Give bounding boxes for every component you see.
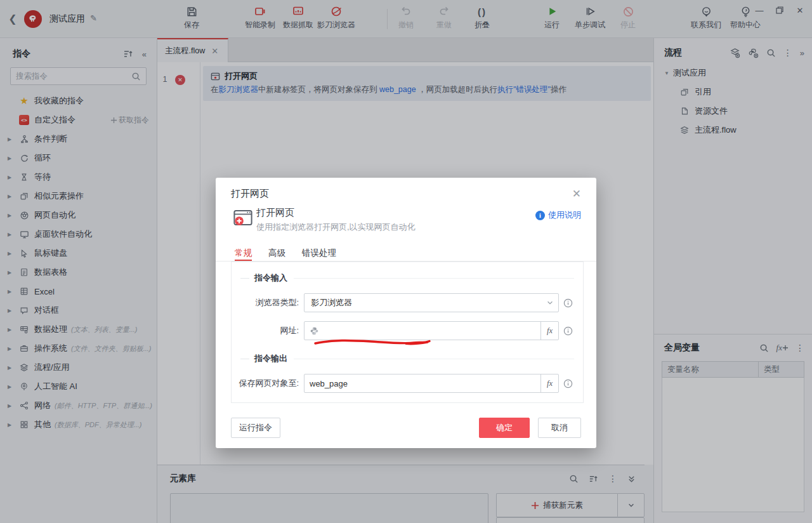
open-webpage-dialog: 打开网页 ✕ 打开网页 使用指定浏览器打开网页,以实现网页自动化 i 使用说明 … bbox=[216, 178, 596, 448]
dialog-form: 指令输入 浏览器类型: 影刀浏览器 网址: fx bbox=[231, 262, 584, 403]
info-icon[interactable] bbox=[563, 326, 573, 336]
save-to-label: 保存网页对象至: bbox=[232, 378, 299, 389]
save-webpage-object-input[interactable] bbox=[304, 374, 540, 392]
info-icon: i bbox=[535, 211, 545, 220]
dialog-tabs: 常规 高级 错误处理 bbox=[216, 248, 596, 262]
confirm-button[interactable]: 确定 bbox=[479, 418, 530, 438]
browser-type-label: 浏览器类型: bbox=[232, 297, 299, 308]
url-input-wrap: fx bbox=[304, 321, 559, 340]
info-icon[interactable] bbox=[563, 298, 573, 308]
browser-type-select[interactable]: 影刀浏览器 bbox=[304, 293, 559, 312]
cancel-button[interactable]: 取消 bbox=[538, 418, 581, 438]
dialog-title: 打开网页 bbox=[231, 188, 572, 200]
open-webpage-command-icon bbox=[232, 207, 254, 228]
section-command-output: 指令输出 bbox=[254, 353, 287, 364]
run-command-button[interactable]: 运行指令 bbox=[231, 418, 280, 438]
dialog-command-name: 打开网页 bbox=[256, 207, 294, 219]
app-window: ❮ 测试应用 ✎ 保存 智能录制 数据抓取 bbox=[0, 0, 812, 523]
dialog-close-icon[interactable]: ✕ bbox=[572, 189, 581, 199]
tab-general[interactable]: 常规 bbox=[235, 248, 252, 261]
save-to-input-wrap: fx bbox=[304, 374, 559, 393]
usage-help-link[interactable]: i 使用说明 bbox=[535, 209, 581, 221]
tab-error-handling[interactable]: 错误处理 bbox=[302, 248, 336, 261]
url-label: 网址: bbox=[232, 325, 299, 336]
fx-expression-button[interactable]: fx bbox=[540, 322, 558, 340]
tab-advanced[interactable]: 高级 bbox=[268, 248, 285, 261]
info-icon[interactable] bbox=[563, 379, 573, 388]
chevron-down-icon bbox=[542, 299, 558, 307]
section-command-input: 指令输入 bbox=[254, 272, 287, 284]
python-icon bbox=[310, 326, 319, 336]
fx-expression-button[interactable]: fx bbox=[540, 374, 558, 392]
dialog-footer: 运行指令 确定 取消 bbox=[231, 418, 581, 438]
url-input[interactable] bbox=[304, 322, 540, 340]
dialog-command-description: 使用指定浏览器打开网页,以实现网页自动化 bbox=[256, 222, 416, 233]
